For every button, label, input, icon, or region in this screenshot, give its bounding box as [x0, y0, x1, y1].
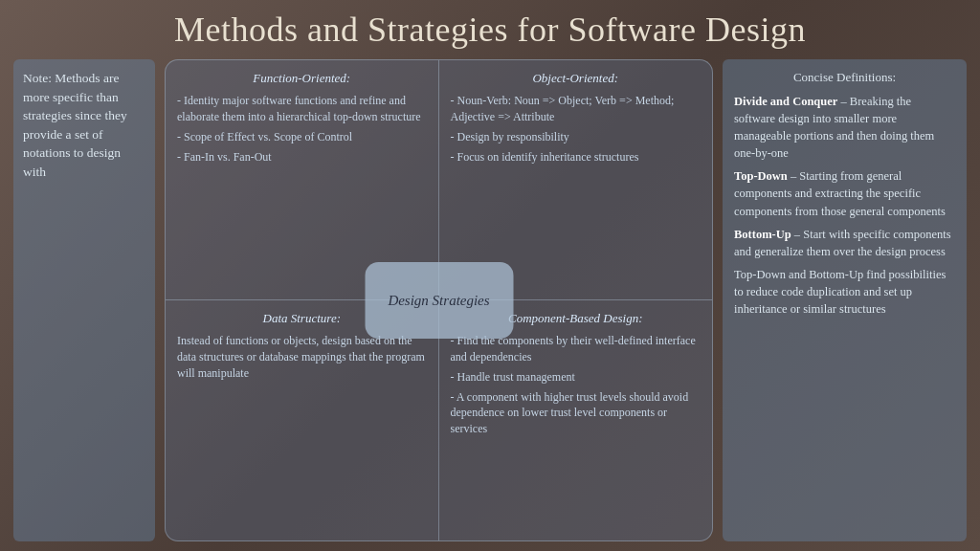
note-box: Note: Methods are more specific than str…: [13, 59, 155, 541]
def-divide-conquer: Divide and Conquer – Breaking the softwa…: [734, 93, 955, 163]
oo-line-1: - Noun-Verb: Noun => Object; Verb => Met…: [451, 93, 702, 125]
quadrant-tr-title: Object-Oriented:: [451, 70, 702, 87]
quadrant-tl-title: Function-Oriented:: [177, 70, 427, 87]
fo-line-2: - Scope of Effect vs. Scope of Control: [177, 129, 427, 145]
def-td-bu-note: Top-Down and Bottom-Up find possibilitie…: [734, 266, 955, 318]
ds-line-1: Instead of functions or objects, design …: [177, 333, 427, 381]
center-diagram: Function-Oriented: - Identity major soft…: [165, 59, 713, 541]
oo-line-2: - Design by responsibility: [451, 129, 702, 145]
fo-line-1: - Identity major software functions and …: [177, 93, 427, 125]
definitions-title: Concise Definitions:: [734, 69, 955, 87]
content-area: Note: Methods are more specific than str…: [13, 59, 967, 541]
def-td-bu-text: Top-Down and Bottom-Up find possibilitie…: [734, 268, 946, 316]
cbd-line-3: - A component with higher trust levels s…: [451, 389, 702, 437]
fo-line-3: - Fan-In vs. Fan-Out: [177, 149, 427, 165]
def-bottom-up: Bottom-Up – Start with specific componen…: [734, 226, 955, 260]
oo-line-3: - Focus on identify inheritance structur…: [451, 149, 702, 165]
center-label-text: Design Strategies: [388, 293, 489, 309]
quadrant-tl-content: - Identity major software functions and …: [177, 93, 427, 165]
quadrant-bl-content: Instead of functions or objects, design …: [177, 333, 427, 381]
def-td-term: Top-Down: [734, 169, 788, 183]
page: Methods and Strategies for Software Desi…: [0, 0, 980, 551]
definitions-box: Concise Definitions: Divide and Conquer …: [723, 59, 967, 541]
quadrant-br-content: - Find the components by their well-defi…: [451, 333, 702, 437]
quadrant-tr-content: - Noun-Verb: Noun => Object; Verb => Met…: [451, 93, 702, 165]
diagram-container: Function-Oriented: - Identity major soft…: [165, 59, 713, 541]
main-title: Methods and Strategies for Software Desi…: [13, 10, 967, 50]
def-bu-term: Bottom-Up: [734, 228, 791, 241]
center-label: Design Strategies: [365, 262, 513, 339]
cbd-line-2: - Handle trust management: [451, 369, 702, 386]
def-dc-term: Divide and Conquer: [734, 95, 837, 108]
note-text: Note: Methods are more specific than str…: [23, 71, 127, 179]
def-top-down: Top-Down – Starting from general compone…: [734, 167, 955, 219]
